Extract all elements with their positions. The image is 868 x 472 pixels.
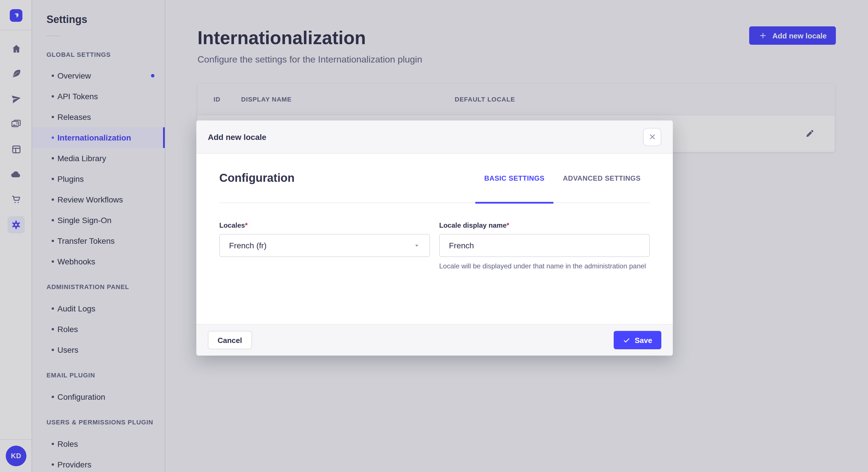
display-name-input[interactable] <box>439 234 650 257</box>
locales-select-value: French (fr) <box>229 241 267 250</box>
display-name-hint: Locale will be displayed under that name… <box>439 262 650 271</box>
configuration-title: Configuration <box>219 171 294 185</box>
modal-footer: Cancel Save <box>196 324 673 356</box>
required-asterisk: * <box>245 222 247 229</box>
configuration-header-row: Configuration BASIC SETTINGS ADVANCED SE… <box>219 154 650 203</box>
add-new-locale-modal: Add new locale Configuration BASIC SETTI… <box>196 121 673 356</box>
chevron-down-icon <box>413 242 420 249</box>
locales-label: Locales* <box>219 222 430 229</box>
close-icon <box>648 133 656 140</box>
locales-field: Locales* French (fr) <box>219 222 430 271</box>
cancel-button[interactable]: Cancel <box>208 331 252 349</box>
locales-select[interactable]: French (fr) <box>219 234 430 257</box>
modal-title: Add new locale <box>208 132 267 141</box>
modal-body: Configuration BASIC SETTINGS ADVANCED SE… <box>196 154 673 324</box>
form-fields-row: Locales* French (fr) Locale display name… <box>219 222 650 271</box>
tab-basic-settings[interactable]: BASIC SETTINGS <box>475 154 554 202</box>
required-asterisk: * <box>507 222 509 229</box>
settings-tabs: BASIC SETTINGS ADVANCED SETTINGS <box>475 154 650 202</box>
check-icon <box>623 336 630 344</box>
tab-advanced-settings[interactable]: ADVANCED SETTINGS <box>554 154 650 202</box>
display-name-field: Locale display name* Locale will be disp… <box>439 222 650 271</box>
close-modal-button[interactable] <box>643 128 661 146</box>
display-name-label: Locale display name* <box>439 222 650 229</box>
save-button[interactable]: Save <box>613 331 661 349</box>
modal-header: Add new locale <box>196 121 673 154</box>
